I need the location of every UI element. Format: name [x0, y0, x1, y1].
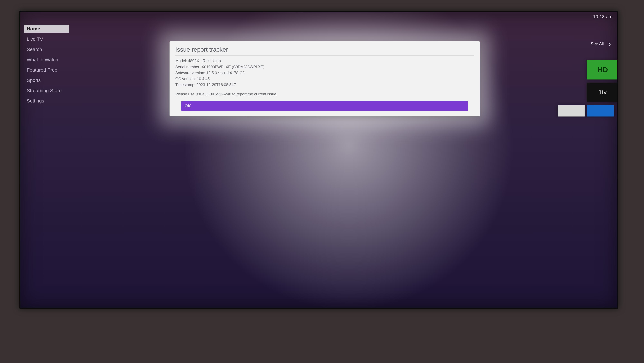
channel-tile-apple-tv[interactable]:  tv — [587, 83, 618, 102]
dialog-model-line: Model: 4802X - Roku Ultra — [175, 58, 474, 64]
dialog-timestamp-line: Timestamp: 2023-12-29T16:08:34Z — [175, 82, 474, 88]
channel-tile-generic-1[interactable] — [558, 105, 585, 116]
sidebar-item-search[interactable]: Search — [24, 45, 69, 53]
dialog-gc-line: GC version: 10.4.45 — [175, 76, 474, 82]
channel-tile-label: HD — [598, 66, 608, 74]
channel-tile-label: tv — [602, 89, 607, 96]
channel-tile-generic-2[interactable] — [587, 105, 614, 116]
clock: 10:13 am — [593, 14, 612, 19]
channel-tile-hd[interactable]: HD — [587, 60, 618, 79]
dialog-title: Issue report tracker — [175, 46, 474, 53]
sidebar-item-streaming-store[interactable]: Streaming Store — [24, 87, 69, 95]
sidebar-item-home[interactable]: Home — [24, 25, 69, 33]
dialog-instruction: Please use issue ID XE-522-248 to report… — [175, 91, 474, 97]
apple-logo-icon:  — [599, 89, 601, 95]
ok-button[interactable]: OK — [181, 101, 468, 111]
see-all-link[interactable]: See All › — [591, 40, 611, 48]
see-all-label: See All — [591, 41, 604, 46]
sidebar-item-featured-free[interactable]: Featured Free — [24, 66, 69, 74]
dialog-software-line: Software version: 12.5.0 • build 4178-C2 — [175, 70, 474, 76]
tv-screen: 10:13 am Home Live TV Search What to Wat… — [19, 11, 618, 309]
sidebar-item-sports[interactable]: Sports — [24, 76, 69, 84]
sidebar: Home Live TV Search What to Watch Featur… — [24, 25, 69, 105]
dialog-serial-line: Serial number: X01000FWPLXE (S0DA238WPLX… — [175, 64, 474, 70]
sidebar-item-live-tv[interactable]: Live TV — [24, 35, 69, 43]
chevron-right-icon: › — [608, 40, 611, 48]
sidebar-item-settings[interactable]: Settings — [24, 97, 69, 105]
sidebar-item-what-to-watch[interactable]: What to Watch — [24, 56, 69, 64]
issue-report-dialog: Issue report tracker Model: 4802X - Roku… — [170, 41, 480, 116]
